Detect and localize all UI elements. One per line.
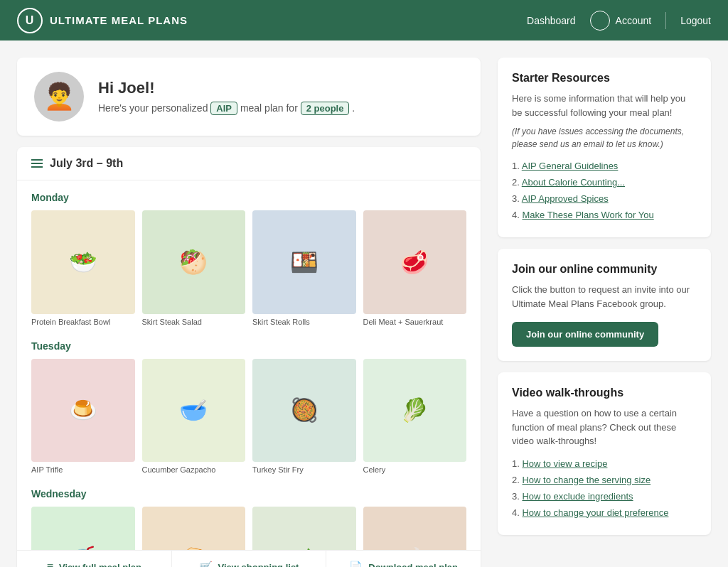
download-meal-plan-button[interactable]: 📄 Download meal plan [326,551,481,567]
download-icon: 📄 [349,561,363,567]
day-monday-label: Monday [31,192,466,203]
meal-image: 🥗 [252,507,356,550]
walkthroughs-description: Have a question on how to use a certain … [512,406,697,448]
list-item: 🥬 Celery [363,359,467,475]
community-section: Join our online community Click the butt… [498,249,711,361]
account-avatar [590,11,610,31]
meal-name: Deli Meat + Sauerkraut [363,318,467,326]
list-item: 🥗 Protein Breakfast Bowl [31,210,135,326]
user-avatar: 🧑‍🦱 [34,72,84,122]
starter-resources-desc: Here is some information that will help … [512,92,697,119]
meal-name: Skirt Steak Rolls [252,318,356,326]
desc-prefix: Here's your personalized [98,102,208,114]
hamburger-icon [31,159,43,168]
calorie-counting-link[interactable]: About Calorie Counting... [522,177,625,188]
header-nav: Dashboard Account Logout [527,11,711,31]
header: U ULTIMATE MEAL PLANS Dashboard Account … [0,0,728,40]
starter-resources-links: 1. AIP General Guidelines 2. About Calor… [512,158,697,223]
view-full-meal-plan-button[interactable]: ≡ View full meal plan [17,551,172,567]
aip-guidelines-link[interactable]: AIP General Guidelines [522,161,619,171]
list-item: 🥪 Turkey Sandwich [142,507,246,550]
logout-link[interactable]: Logout [680,15,711,26]
list-item: 2. About Calorie Counting... [512,174,697,190]
logo-text: ULTIMATE MEAL PLANS [50,14,188,26]
list-item: 🍲 Soup [363,507,467,550]
list-item: 🥙 Skirt Steak Salad [142,210,246,326]
left-column: 🧑‍🦱 Hi Joel! Here's your personalized AI… [17,58,481,567]
day-wednesday: Wednesday 🥤 Green Smoothie 🥪 Turkey Sand… [31,488,466,550]
day-wednesday-label: Wednesday [31,488,466,500]
meal-name: Turkey Stir Fry [252,465,356,474]
main-layout: 🧑‍🦱 Hi Joel! Here's your personalized AI… [0,40,728,567]
list-item: 🥤 Green Smoothie [31,507,135,550]
meal-image: 🥣 [142,359,246,463]
meal-plan-date-range: July 3rd – 9th [50,157,123,170]
nav-divider [665,12,666,29]
view-shopping-list-button[interactable]: 🛒 View shopping list [172,551,327,567]
meal-name: AIP Trifle [31,465,135,474]
view-recipe-link[interactable]: How to view a recipe [522,458,607,469]
community-title: Join our online community [512,263,697,276]
walkthroughs-section: Video walk-throughs Have a question on h… [498,372,711,535]
starter-resources-title: Starter Resources [512,72,697,85]
list-item: 🥩 Deli Meat + Sauerkraut [363,210,467,326]
meal-name: Celery [363,465,467,474]
right-column: Starter Resources Here is some informati… [498,58,711,567]
meal-name: Skirt Steak Salad [142,318,246,326]
list-item: 1. AIP General Guidelines [512,158,697,174]
list-item: 4. How to change your diet preference [512,504,697,521]
walkthrough-links: 1. How to view a recipe 2. How to change… [512,455,697,521]
aip-badge: AIP [210,102,237,115]
account-button[interactable]: Account [590,11,652,31]
plans-work-link[interactable]: Make These Plans Work for You [522,210,653,220]
welcome-text: Hi Joel! Here's your personalized AIP me… [98,79,355,115]
logo-icon: U [17,8,43,33]
list-item: 3. How to exclude ingredients [512,488,697,504]
list-item: 🥗 Chicken Salad [252,507,356,550]
list-item: 3. AIP Approved Spices [512,190,697,207]
meal-image: 🥪 [142,507,246,550]
meal-plan-header: July 3rd – 9th [17,147,481,180]
community-description: Click the button to request an invite in… [512,283,697,310]
meal-image: 🥤 [31,507,135,550]
desc-middle: meal plan for [240,102,298,114]
list-item: 🥣 Cucumber Gazpacho [142,359,246,475]
list-item: 2. How to change the serving size [512,472,697,488]
aip-spices-link[interactable]: AIP Approved Spices [522,193,609,204]
meal-plan-footer: ≡ View full meal plan 🛒 View shopping li… [17,550,481,567]
wednesday-meals-grid: 🥤 Green Smoothie 🥪 Turkey Sandwich 🥗 Chi… [31,507,466,550]
starter-resources-section: Starter Resources Here is some informati… [498,58,711,237]
exclude-ingredients-link[interactable]: How to exclude ingredients [522,491,633,502]
list-item: 🥘 Turkey Stir Fry [252,359,356,475]
meal-plan-card: July 3rd – 9th Monday 🥗 Protein Breakfas… [17,147,481,567]
starter-resources-note: (If you have issues accessing the docume… [512,125,697,151]
meal-image: 🍱 [252,210,356,314]
tuesday-meals-grid: 🍮 AIP Trifle 🥣 Cucumber Gazpacho 🥘 Turke… [31,359,466,475]
meal-name: Protein Breakfast Bowl [31,318,135,326]
list-item: 🍱 Skirt Steak Rolls [252,210,356,326]
meal-image: 🥘 [252,359,356,463]
day-tuesday: Tuesday 🍮 AIP Trifle 🥣 Cucumber Gazpacho… [31,340,466,475]
day-monday: Monday 🥗 Protein Breakfast Bowl 🥙 Skirt … [31,192,466,326]
people-badge: 2 people [301,102,350,115]
list-item: 1. How to view a recipe [512,455,697,472]
meal-name: Cucumber Gazpacho [142,465,246,474]
day-tuesday-label: Tuesday [31,340,466,352]
account-label: Account [616,15,652,26]
welcome-description: Here's your personalized AIP meal plan f… [98,102,355,115]
meal-image: 🥙 [142,210,246,314]
list-item: 🍮 AIP Trifle [31,359,135,475]
monday-meals-grid: 🥗 Protein Breakfast Bowl 🥙 Skirt Steak S… [31,210,466,326]
dashboard-link[interactable]: Dashboard [527,15,576,26]
greeting-heading: Hi Joel! [98,79,355,97]
hamburger-footer-icon: ≡ [47,561,53,567]
serving-size-link[interactable]: How to change the serving size [522,475,651,485]
meal-image: 🥗 [31,210,135,314]
logo: U ULTIMATE MEAL PLANS [17,8,188,33]
desc-suffix: . [352,102,355,114]
community-button[interactable]: Join our online community [512,322,658,347]
list-item: 4. Make These Plans Work for You [512,207,697,223]
meal-plan-body: Monday 🥗 Protein Breakfast Bowl 🥙 Skirt … [17,180,481,550]
shopping-cart-icon: 🛒 [199,561,213,567]
diet-preference-link[interactable]: How to change your diet preference [522,507,668,518]
